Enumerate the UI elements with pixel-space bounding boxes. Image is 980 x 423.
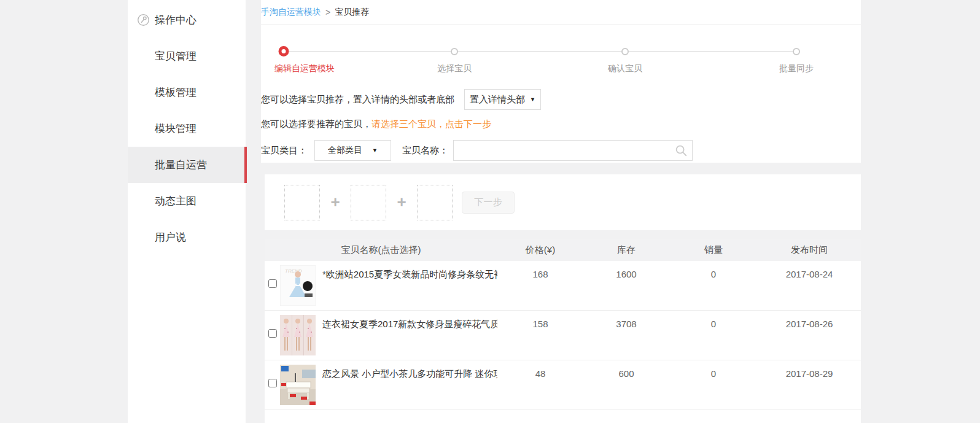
- row-checkbox[interactable]: [268, 329, 277, 338]
- row-checkbox[interactable]: [268, 379, 277, 387]
- step-dot-3: [621, 48, 629, 55]
- search-icon[interactable]: [674, 144, 688, 157]
- table-row: 恋之风景 小户型小茶几多功能可升降 迷你现代 48 600 0 2017-08-…: [265, 360, 861, 410]
- next-step-button[interactable]: 下一步: [462, 192, 515, 214]
- header-sales: 销量: [669, 244, 758, 256]
- step-dot-2: [451, 48, 458, 55]
- placement-dropdown-value: 置入详情头部: [470, 94, 525, 106]
- sidebar-item-template-management[interactable]: 模板管理: [128, 74, 246, 111]
- sidebar-item-label: 用户说: [155, 230, 186, 244]
- category-filter-label: 宝贝类目：: [261, 145, 307, 157]
- category-select-value: 全部类目: [328, 145, 362, 156]
- product-price: 168: [497, 261, 583, 310]
- category-select[interactable]: 全部类目 ▼: [314, 140, 391, 161]
- sidebar-item-label: 宝贝管理: [155, 49, 196, 63]
- product-name[interactable]: 恋之风景 小户型小茶几多功能可升降 迷你现代: [322, 360, 497, 409]
- placement-instruction-text: 您可以选择宝贝推荐，置入详情的头部或者底部: [261, 94, 454, 106]
- selection-panel: + + 下一步: [265, 174, 861, 230]
- product-stock: 3708: [583, 311, 669, 360]
- selection-slot-3[interactable]: [417, 185, 453, 220]
- product-image[interactable]: [280, 360, 322, 409]
- table-row: TREND *欧洲站2015夏季女装新品时尚修身条纹无袖背 168 1600 0…: [265, 261, 861, 311]
- product-sales: 0: [669, 360, 758, 409]
- product-date: 2017-08-29: [758, 360, 861, 409]
- filter-bar: 宝贝类目： 全部类目 ▼ 宝贝名称：: [261, 140, 693, 161]
- breadcrumb-current: 宝贝推荐: [335, 7, 369, 18]
- header-item-name: 宝贝名称(点击选择): [265, 244, 497, 256]
- stepper-track: [284, 51, 796, 52]
- product-image[interactable]: TREND: [280, 261, 322, 310]
- sidebar-item-module-management[interactable]: 模块管理: [128, 111, 246, 147]
- product-sales: 0: [669, 311, 758, 360]
- selection-instruction-row: 您可以选择要推荐的宝贝，请选择三个宝贝，点击下一步: [261, 118, 491, 130]
- selection-instruction-highlight: 请选择三个宝贝，点击下一步: [371, 118, 491, 129]
- step-dot-1: [279, 46, 289, 56]
- selection-instruction-text: 您可以选择要推荐的宝贝，: [261, 118, 371, 129]
- breadcrumb: 手淘自运营模块 > 宝贝推荐: [261, 0, 861, 25]
- product-sales: 0: [669, 261, 758, 310]
- sidebar-item-dynamic-main-image[interactable]: 动态主图: [128, 183, 246, 219]
- step-label-confirm-items: 确认宝贝: [608, 63, 642, 74]
- sidebar-item-item-management[interactable]: 宝贝管理: [128, 38, 246, 74]
- product-name[interactable]: 连衣裙女夏季2017新款女修身显瘦碎花气质喇: [322, 311, 497, 360]
- sidebar: 操作中心 宝贝管理 模板管理 模块管理 批量自运营 动态主图 用户说: [128, 0, 246, 423]
- sidebar-item-user-reviews[interactable]: 用户说: [128, 219, 246, 255]
- top-section: 手淘自运营模块 > 宝贝推荐 编辑自运营模块 选择宝贝 确认宝贝 批量同步 您可…: [261, 0, 861, 163]
- stepper: 编辑自运营模块 选择宝贝 确认宝贝 批量同步: [261, 25, 861, 86]
- step-label-edit-module: 编辑自运营模块: [274, 63, 335, 74]
- breadcrumb-separator: >: [325, 7, 330, 17]
- sidebar-item-label: 操作中心: [155, 13, 196, 27]
- plus-separator: +: [386, 193, 417, 212]
- sidebar-item-label: 模板管理: [155, 85, 196, 99]
- step-label-batch-sync: 批量同步: [779, 63, 814, 74]
- name-filter-label: 宝贝名称：: [402, 145, 448, 157]
- chevron-down-icon: ▼: [372, 147, 378, 153]
- sidebar-item-operation-center[interactable]: 操作中心: [128, 2, 246, 38]
- table-row: 连衣裙女夏季2017新款女修身显瘦碎花气质喇 158 3708 0 2017-0…: [265, 311, 861, 360]
- placement-dropdown[interactable]: 置入详情头部 ▼: [464, 89, 541, 110]
- product-price: 48: [497, 360, 583, 409]
- wrench-icon: [137, 14, 150, 26]
- product-name-input[interactable]: [453, 140, 693, 161]
- main-content: 手淘自运营模块 > 宝贝推荐 编辑自运营模块 选择宝贝 确认宝贝 批量同步 您可…: [261, 0, 861, 423]
- sidebar-item-label: 动态主图: [155, 194, 196, 208]
- step-dot-4: [793, 48, 800, 55]
- header-publish-date: 发布时间: [758, 244, 861, 256]
- product-date: 2017-08-24: [758, 261, 861, 310]
- header-price: 价格(¥): [497, 244, 583, 256]
- selection-slot-2[interactable]: [351, 185, 386, 220]
- product-image[interactable]: [280, 311, 322, 360]
- product-price: 158: [497, 311, 583, 360]
- product-date: 2017-08-26: [758, 311, 861, 360]
- row-checkbox[interactable]: [268, 279, 277, 288]
- sidebar-item-label: 模块管理: [155, 122, 196, 136]
- chevron-down-icon: ▼: [530, 96, 535, 103]
- header-stock: 库存: [583, 244, 669, 256]
- sidebar-item-batch-self-operation[interactable]: 批量自运营: [128, 147, 246, 183]
- step-label-select-items: 选择宝贝: [437, 63, 472, 74]
- table-header: 宝贝名称(点击选择) 价格(¥) 库存 销量 发布时间: [265, 239, 861, 261]
- selection-slot-1[interactable]: [284, 185, 320, 220]
- placement-instruction-row: 您可以选择宝贝推荐，置入详情的头部或者底部 置入详情头部 ▼: [261, 89, 541, 110]
- breadcrumb-parent-link[interactable]: 手淘自运营模块: [261, 7, 321, 18]
- product-name[interactable]: *欧洲站2015夏季女装新品时尚修身条纹无袖背: [322, 261, 497, 310]
- product-stock: 1600: [583, 261, 669, 310]
- product-stock: 600: [583, 360, 669, 409]
- sidebar-item-label: 批量自运营: [155, 158, 207, 172]
- plus-separator: +: [320, 193, 351, 212]
- product-table: TREND *欧洲站2015夏季女装新品时尚修身条纹无袖背 168 1600 0…: [265, 261, 861, 423]
